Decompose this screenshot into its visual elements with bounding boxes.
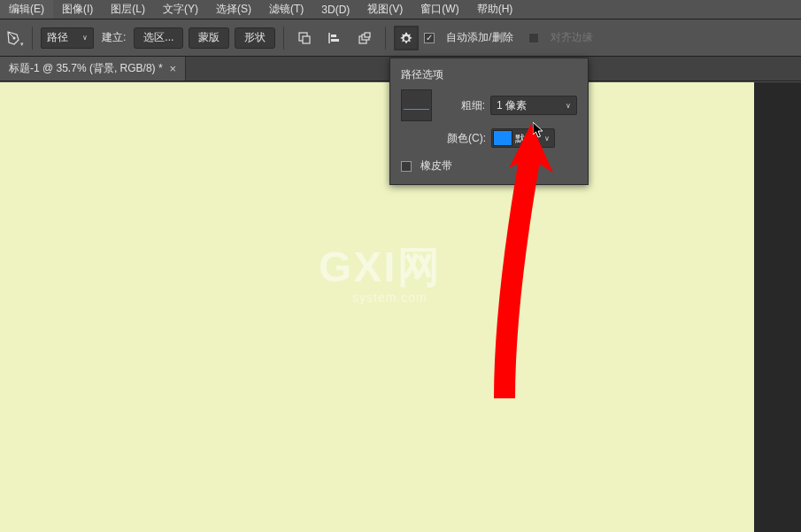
path-options-popup: 路径选项 粗细: 1 像素 ∨ 颜色(C): 默... ∨ 橡皮带 bbox=[389, 58, 589, 185]
thickness-select[interactable]: 1 像素 ∨ bbox=[490, 96, 577, 115]
menu-window[interactable]: 窗口(W) bbox=[412, 0, 467, 19]
color-label: 颜色(C): bbox=[437, 131, 486, 146]
auto-add-checkbox[interactable] bbox=[424, 33, 435, 43]
menu-help[interactable]: 帮助(H) bbox=[468, 0, 522, 19]
mode-select[interactable]: 路径 ∨ bbox=[41, 27, 94, 49]
options-bar: ▾ 路径 ∨ 建立: 选区... 蒙版 形状 bbox=[0, 19, 801, 57]
pen-tool-icon[interactable]: ▾ bbox=[4, 28, 24, 48]
menu-layer[interactable]: 图层(L) bbox=[102, 0, 154, 19]
popup-row-color: 颜色(C): 默... ∨ bbox=[437, 128, 577, 148]
svg-rect-6 bbox=[331, 39, 339, 42]
menu-3d[interactable]: 3D(D) bbox=[312, 2, 358, 18]
color-value: 默... bbox=[515, 132, 542, 145]
settings-gear-icon[interactable] bbox=[394, 26, 419, 50]
document-tab-title: 标题-1 @ 35.7% (背景, RGB/8) * bbox=[9, 61, 163, 76]
build-label: 建立: bbox=[99, 30, 128, 45]
menu-image[interactable]: 图像(I) bbox=[53, 0, 102, 19]
auto-add-label: 自动添加/删除 bbox=[443, 30, 515, 45]
align-edges-label: 对齐边缘 bbox=[548, 30, 596, 45]
main-menu-bar: 编辑(E) 图像(I) 图层(L) 文字(Y) 选择(S) 滤镜(T) 3D(D… bbox=[0, 0, 801, 19]
path-operations-icon[interactable] bbox=[292, 26, 317, 50]
path-arrangement-icon[interactable] bbox=[352, 26, 377, 50]
menu-filter[interactable]: 滤镜(T) bbox=[260, 0, 312, 19]
popup-row-rubber: 橡皮带 bbox=[401, 158, 577, 173]
close-tab-icon[interactable]: × bbox=[170, 62, 177, 75]
btn-shape[interactable]: 形状 bbox=[235, 27, 275, 49]
separator bbox=[283, 27, 284, 50]
btn-mask[interactable]: 蒙版 bbox=[189, 27, 229, 49]
menu-select[interactable]: 选择(S) bbox=[207, 0, 260, 19]
tool-dropdown-icon: ▾ bbox=[20, 41, 24, 48]
menu-view[interactable]: 视图(V) bbox=[358, 0, 412, 19]
rubber-band-label: 橡皮带 bbox=[420, 158, 452, 173]
popup-title: 路径选项 bbox=[401, 67, 577, 82]
svg-point-10 bbox=[404, 36, 409, 41]
thickness-label: 粗细: bbox=[437, 98, 485, 113]
swatch-line bbox=[404, 109, 429, 110]
document-canvas[interactable] bbox=[0, 82, 754, 532]
color-chip bbox=[493, 130, 512, 146]
separator bbox=[385, 27, 386, 50]
svg-point-1 bbox=[13, 36, 16, 39]
path-preview-swatch[interactable] bbox=[401, 89, 432, 121]
svg-rect-9 bbox=[365, 33, 370, 37]
rubber-band-checkbox[interactable] bbox=[401, 161, 412, 172]
thickness-value: 1 像素 bbox=[497, 98, 527, 113]
btn-selection[interactable]: 选区... bbox=[134, 27, 183, 49]
menu-type[interactable]: 文字(Y) bbox=[154, 0, 207, 19]
chevron-down-icon: ∨ bbox=[566, 102, 571, 110]
svg-rect-3 bbox=[303, 36, 310, 43]
popup-row-thickness: 粗细: 1 像素 ∨ bbox=[401, 89, 577, 121]
svg-rect-5 bbox=[331, 35, 336, 37]
chevron-down-icon: ∨ bbox=[544, 135, 553, 143]
color-select[interactable]: 默... ∨ bbox=[491, 128, 555, 148]
menu-edit[interactable]: 编辑(E) bbox=[0, 0, 53, 19]
path-alignment-icon[interactable] bbox=[322, 26, 347, 50]
chevron-down-icon: ∨ bbox=[82, 34, 88, 42]
separator bbox=[32, 27, 33, 50]
align-edges-checkbox[interactable] bbox=[528, 33, 539, 43]
document-tab[interactable]: 标题-1 @ 35.7% (背景, RGB/8) * × bbox=[0, 57, 186, 81]
mode-select-value: 路径 bbox=[47, 30, 68, 45]
